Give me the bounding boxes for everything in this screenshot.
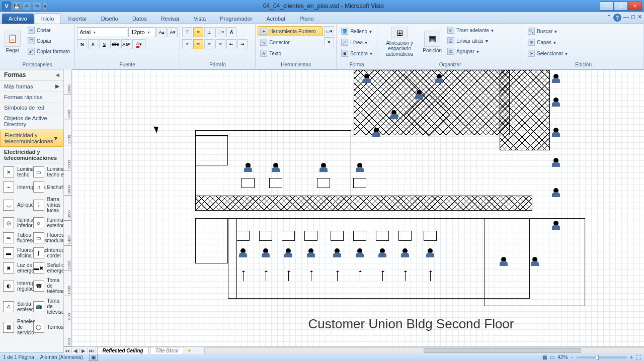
tab-programador[interactable]: Programador bbox=[213, 13, 259, 24]
group-button[interactable]: ⊡Agrupar ▾ bbox=[445, 46, 496, 56]
tab-acrobat[interactable]: Acrobat bbox=[260, 13, 292, 24]
page-tab-title-block[interactable]: Title Block bbox=[150, 347, 184, 354]
new-page-button[interactable]: ✦ bbox=[184, 348, 194, 353]
maximize-button[interactable]: ◻ bbox=[614, 2, 628, 11]
macro-record-icon[interactable]: ▣ bbox=[89, 353, 98, 361]
doc-minimize-icon[interactable]: — bbox=[623, 14, 629, 22]
scroll-thumb[interactable] bbox=[424, 348, 581, 353]
shape-item[interactable]: ✖Luz de emergencia bbox=[1, 260, 31, 276]
shape-item[interactable]: ✕Luminaria techo bbox=[1, 164, 31, 179]
select-button[interactable]: ➤Seleccionar ▾ bbox=[525, 48, 570, 58]
shape-item[interactable]: 📺Toma de televisor bbox=[31, 296, 61, 317]
zoom-thumb[interactable] bbox=[596, 355, 599, 360]
paste-button[interactable]: 📋 Pegar bbox=[2, 25, 23, 58]
italic-button[interactable]: K bbox=[88, 39, 98, 49]
tab-plano[interactable]: Plano bbox=[293, 13, 320, 24]
bring-forward-button[interactable]: ◱Traer adelante ▾ bbox=[445, 25, 496, 35]
align-left-button[interactable]: ≡ bbox=[182, 39, 192, 49]
category-formas-rapidas[interactable]: Formas rápidas bbox=[0, 92, 63, 103]
align-middle-button[interactable]: ≡ bbox=[193, 27, 203, 37]
rect-tool-button[interactable]: ▭▾ bbox=[324, 26, 334, 36]
clear-format-button[interactable]: A̸ bbox=[226, 27, 236, 37]
find-button[interactable]: 🔍Buscar ▾ bbox=[525, 26, 559, 36]
text-tool-button[interactable]: ATexto bbox=[258, 48, 323, 58]
view-full-icon[interactable]: ▭ bbox=[550, 354, 554, 360]
tab-diseno[interactable]: Diseño bbox=[95, 13, 125, 24]
shape-item[interactable]: ⎍Enchufe bbox=[31, 179, 61, 195]
underline-button[interactable]: S bbox=[99, 39, 109, 49]
pointer-tool-button[interactable]: ➤Herramienta Puntero bbox=[258, 26, 323, 36]
prev-page-button[interactable]: ◀ bbox=[72, 348, 80, 353]
shape-item[interactable]: ☎Toma de teléfono bbox=[31, 276, 61, 296]
category-active-directory[interactable]: Objetos de Active Directory bbox=[0, 113, 63, 130]
tab-file[interactable]: Archivo bbox=[2, 14, 34, 24]
redo-icon[interactable]: ↷ bbox=[32, 2, 41, 11]
shape-item[interactable]: ◎Iluminador inferior bbox=[1, 215, 31, 230]
dedent-button[interactable]: ⇤ bbox=[226, 39, 236, 49]
connector-tool-button[interactable]: ↘Conector bbox=[258, 37, 323, 47]
send-back-button[interactable]: ◲Enviar atrás ▾ bbox=[445, 36, 496, 46]
minimize-button[interactable]: — bbox=[600, 2, 614, 11]
tab-insertar[interactable]: Insertar bbox=[61, 13, 93, 24]
zoom-level[interactable]: 42% bbox=[557, 354, 568, 360]
shape-item[interactable]: ▦Paneles de servicio bbox=[1, 317, 31, 337]
shape-item[interactable]: ⌁Interruptores bbox=[1, 179, 31, 195]
shape-item[interactable]: ◯Termostato bbox=[31, 317, 61, 337]
justify-button[interactable]: ≡ bbox=[215, 39, 225, 49]
doc-restore-icon[interactable]: ◻ bbox=[631, 14, 635, 22]
first-page-button[interactable]: ⏮ bbox=[64, 348, 72, 353]
cut-button[interactable]: ✂Cortar bbox=[25, 25, 72, 35]
shape-item[interactable]: ▭Fluorescentes modulares bbox=[31, 230, 61, 245]
doc-close-icon[interactable]: ✕ bbox=[637, 14, 642, 22]
align-bottom-button[interactable]: ⊥ bbox=[204, 27, 214, 37]
strike-button[interactable]: abc bbox=[110, 39, 120, 49]
font-size-dropdown[interactable]: 12pto▼ bbox=[128, 27, 155, 37]
zoom-slider[interactable] bbox=[577, 356, 627, 358]
shape-item[interactable]: ◡Aplique bbox=[1, 195, 31, 215]
shape-item[interactable]: ▬✖Señal de emergencia bbox=[31, 260, 61, 276]
shape-item[interactable]: ▬Fluorescentes oficina bbox=[1, 245, 31, 260]
decrease-font-icon[interactable]: A▾ bbox=[168, 27, 178, 37]
shape-item[interactable]: ♫Salida estéreo bbox=[1, 296, 31, 317]
fill-button[interactable]: 🪣Relleno ▾ bbox=[339, 26, 374, 36]
fit-page-icon[interactable]: ⛶ bbox=[636, 354, 641, 360]
copy-button[interactable]: ❐Copiar bbox=[25, 36, 72, 46]
auto-align-button[interactable]: ⊞ Alineación y espaciado automáticos bbox=[379, 25, 420, 58]
bullets-button[interactable]: ⋮≡ bbox=[215, 27, 225, 37]
case-button[interactable]: Aa▾ bbox=[121, 39, 131, 49]
shape-item[interactable]: ═Tubos fluorescentes bbox=[1, 230, 31, 245]
tab-inicio[interactable]: Inicio bbox=[35, 13, 61, 24]
ribbon-minimize-icon[interactable]: ⌃ bbox=[607, 14, 611, 22]
zoom-out-button[interactable]: − bbox=[571, 354, 574, 360]
save-icon[interactable]: 💾 bbox=[12, 2, 21, 11]
shape-item[interactable]: ▭Luminaria techo e... bbox=[31, 164, 61, 179]
close-tool-button[interactable]: ✕ bbox=[324, 37, 334, 47]
more-shapes-button[interactable]: Más formas▶ bbox=[0, 81, 63, 92]
align-right-button[interactable]: ≡ bbox=[204, 39, 214, 49]
next-page-button[interactable]: ▶ bbox=[80, 348, 88, 353]
horizontal-scrollbar[interactable] bbox=[204, 347, 644, 353]
align-center-button[interactable]: ≡ bbox=[193, 39, 203, 49]
zoom-in-button[interactable]: + bbox=[630, 354, 633, 360]
line-button[interactable]: ／Línea ▾ bbox=[339, 37, 370, 47]
qat-dropdown-icon[interactable]: ▾ bbox=[42, 2, 47, 11]
visio-menu-icon[interactable]: V bbox=[2, 2, 11, 11]
last-page-button[interactable]: ⏭ bbox=[88, 348, 96, 353]
shape-item[interactable]: ʃInterruptor cordel bbox=[31, 245, 61, 260]
category-simbolos-de-red[interactable]: Símbolos de red bbox=[0, 103, 63, 113]
tab-datos[interactable]: Datos bbox=[126, 13, 153, 24]
tab-vista[interactable]: Vista bbox=[187, 13, 212, 24]
layers-button[interactable]: ≋Capas ▾ bbox=[525, 37, 558, 47]
drawing-canvas[interactable]: Customer Union Bldg Second Floor video2b… bbox=[72, 70, 645, 346]
page-tab-reflected-ceiling[interactable]: Reflected Ceiling bbox=[97, 347, 149, 354]
undo-icon[interactable]: ↶ bbox=[22, 2, 31, 11]
view-normal-icon[interactable]: ▦ bbox=[542, 354, 547, 360]
align-top-button[interactable]: ⊤ bbox=[182, 27, 192, 37]
bold-button[interactable]: N bbox=[77, 39, 87, 49]
category-electricidad[interactable]: Electricidad y telecomunicaciones▼ bbox=[0, 130, 63, 147]
position-button[interactable]: ▦ Posición bbox=[422, 25, 443, 58]
help-icon[interactable]: ? bbox=[613, 14, 621, 22]
font-color-button[interactable]: A▾ bbox=[132, 39, 145, 49]
increase-font-icon[interactable]: A▴ bbox=[156, 27, 167, 37]
close-button[interactable]: ✕ bbox=[628, 2, 642, 11]
